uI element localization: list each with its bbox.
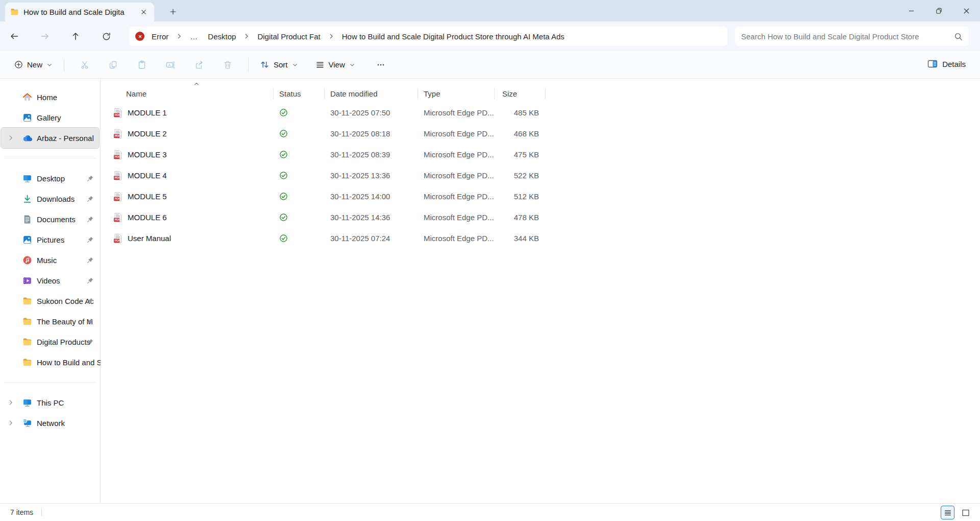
- titlebar: How to Build and Scale Digita: [0, 0, 980, 21]
- chevron-right-icon[interactable]: [7, 399, 14, 406]
- search-input[interactable]: [741, 32, 954, 41]
- toolbar-separator: [248, 58, 249, 72]
- file-size: 485 KB: [494, 108, 545, 117]
- window-controls: [897, 0, 980, 21]
- back-button[interactable]: [4, 26, 24, 46]
- sidebar-item-this-pc[interactable]: This PC: [1, 392, 99, 413]
- folder-icon: [22, 337, 32, 347]
- view-large-icon: [961, 508, 970, 517]
- details-view-button[interactable]: [941, 506, 954, 519]
- view-label: View: [329, 60, 345, 69]
- column-header-type[interactable]: Type: [418, 89, 494, 98]
- music-icon: [22, 255, 32, 265]
- sidebar-item-how-to-build[interactable]: How to Build and S: [1, 352, 99, 372]
- file-date-modified: 30-11-2025 07:50: [324, 108, 418, 117]
- sidebar-item-label: Music: [37, 256, 57, 265]
- breadcrumb-error[interactable]: Error: [148, 31, 173, 42]
- breadcrumb-current-folder[interactable]: How to Build and Scale Digital Product S…: [338, 31, 569, 42]
- up-button[interactable]: [65, 26, 86, 46]
- column-resize-handle[interactable]: [545, 88, 546, 99]
- sidebar-item-label: Videos: [37, 276, 60, 285]
- close-button[interactable]: [952, 0, 980, 21]
- toolbar-separator: [64, 58, 64, 72]
- column-header-size[interactable]: Size: [494, 89, 545, 98]
- sidebar-item-label: Desktop: [37, 174, 65, 183]
- this-pc-icon: [22, 398, 32, 408]
- sidebar-item-digital-products[interactable]: Digital Products: [1, 331, 99, 352]
- file-size: 475 KB: [494, 150, 545, 159]
- sidebar-item-sukoon-code[interactable]: Sukoon Code Ac: [1, 291, 99, 311]
- sidebar-item-documents[interactable]: Documents: [1, 209, 99, 229]
- view-button[interactable]: View: [310, 57, 360, 73]
- sidebar-item-downloads[interactable]: Downloads: [1, 188, 99, 209]
- file-row[interactable]: MODULE 5 30-11-2025 14:00 Microsoft Edge…: [101, 186, 552, 207]
- new-button[interactable]: New: [9, 57, 58, 73]
- file-type: Microsoft Edge PD...: [418, 192, 494, 201]
- pin-icon: [87, 277, 94, 284]
- network-icon: [22, 418, 32, 428]
- sidebar-item-music[interactable]: Music: [1, 250, 99, 270]
- file-row[interactable]: MODULE 3 30-11-2025 08:39 Microsoft Edge…: [101, 144, 552, 165]
- breadcrumb-overflow[interactable]: …: [186, 31, 202, 42]
- file-row[interactable]: MODULE 6 30-11-2025 14:36 Microsoft Edge…: [101, 207, 552, 228]
- tab-close-icon[interactable]: [138, 7, 149, 18]
- search-box[interactable]: [735, 27, 969, 46]
- sidebar-item-label: Pictures: [37, 235, 64, 244]
- refresh-button[interactable]: [96, 26, 116, 46]
- sidebar-item-videos[interactable]: Videos: [1, 270, 99, 291]
- chevron-right-icon[interactable]: [7, 419, 14, 427]
- file-row[interactable]: MODULE 2 30-11-2025 08:18 Microsoft Edge…: [101, 123, 552, 144]
- file-date-modified: 30-11-2025 07:24: [324, 234, 418, 243]
- sidebar-item-label: This PC: [37, 398, 64, 407]
- column-resize-handle[interactable]: [418, 88, 418, 99]
- gallery-icon: [22, 113, 32, 123]
- explorer-tab[interactable]: How to Build and Scale Digita: [5, 3, 154, 21]
- error-icon: [135, 32, 144, 41]
- large-icons-view-button[interactable]: [960, 507, 972, 519]
- file-size: 344 KB: [494, 234, 545, 243]
- pdf-file-icon: [113, 192, 122, 202]
- sort-button[interactable]: Sort: [255, 56, 303, 73]
- address-bar[interactable]: Error … Desktop Digital Product Fat How …: [129, 27, 727, 46]
- new-tab-button[interactable]: [166, 5, 180, 18]
- column-header-status[interactable]: Status: [273, 89, 324, 98]
- sort-label: Sort: [274, 60, 288, 69]
- details-pane-button[interactable]: Details: [922, 56, 971, 72]
- sidebar-divider: [4, 158, 96, 158]
- breadcrumb-desktop[interactable]: Desktop: [204, 31, 240, 42]
- file-row[interactable]: User Manual 30-11-2025 07:24 Microsoft E…: [101, 228, 552, 249]
- chevron-right-icon[interactable]: [242, 33, 251, 40]
- sidebar-item-onedrive-personal[interactable]: Arbaz - Personal: [1, 128, 99, 148]
- address-row: Error … Desktop Digital Product Fat How …: [0, 21, 980, 51]
- column-resize-handle[interactable]: [494, 88, 495, 99]
- more-button[interactable]: [370, 56, 392, 74]
- file-date-modified: 30-11-2025 08:39: [324, 150, 418, 159]
- sidebar-item-pictures[interactable]: Pictures: [1, 229, 99, 250]
- column-resize-handle[interactable]: [273, 88, 274, 99]
- sidebar-item-network[interactable]: Network: [1, 413, 99, 433]
- folder-icon: [22, 296, 32, 306]
- search-icon[interactable]: [954, 32, 963, 41]
- tab-folder-icon: [10, 8, 19, 16]
- file-row[interactable]: MODULE 1 30-11-2025 07:50 Microsoft Edge…: [101, 102, 552, 123]
- file-row[interactable]: MODULE 4 30-11-2025 13:36 Microsoft Edge…: [101, 165, 552, 186]
- sidebar-item-the-beauty-of[interactable]: The Beauty of M: [1, 311, 99, 331]
- paste-button: [131, 56, 153, 74]
- sidebar-item-desktop[interactable]: Desktop: [1, 168, 99, 188]
- chevron-right-icon[interactable]: [7, 134, 14, 141]
- column-header-name[interactable]: Name: [101, 89, 273, 98]
- chevron-right-icon[interactable]: [327, 33, 336, 40]
- column-resize-handle[interactable]: [324, 88, 325, 99]
- sidebar-item-label: Downloads: [37, 195, 75, 203]
- breadcrumb-digital-product-fat[interactable]: Digital Product Fat: [253, 31, 324, 42]
- restore-button[interactable]: [925, 0, 952, 21]
- sidebar-item-label: The Beauty of M: [37, 317, 93, 326]
- minimize-button[interactable]: [897, 0, 925, 21]
- column-header-date-modified[interactable]: Date modified: [324, 89, 418, 98]
- sidebar-item-home[interactable]: Home: [1, 87, 99, 107]
- desktop-icon: [22, 174, 32, 183]
- pin-icon: [87, 175, 94, 182]
- folder-icon: [22, 317, 32, 326]
- sidebar-item-gallery[interactable]: Gallery: [1, 107, 99, 128]
- chevron-right-icon[interactable]: [175, 33, 184, 40]
